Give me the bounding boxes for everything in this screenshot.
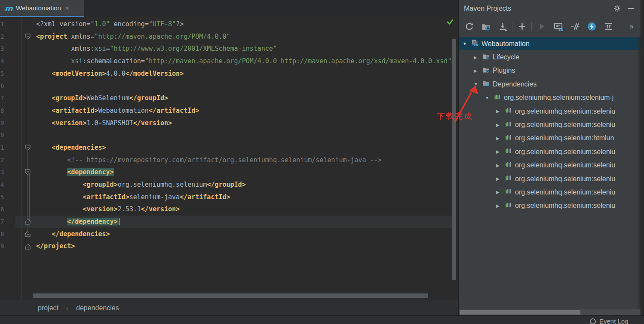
maven-tree: ▼Webautomation▶Lifecycle▶Plugins▼Depende…: [459, 37, 641, 300]
code-line[interactable]: </dependencies>: [36, 228, 452, 241]
chevron-expanded-icon[interactable]: ▼: [485, 96, 494, 100]
library-icon: [505, 120, 512, 130]
toolbar-separator: [531, 22, 532, 31]
code-line[interactable]: </dependency>: [36, 216, 452, 228]
fold-start-marker[interactable]: [25, 169, 31, 175]
tab-close-icon[interactable]: ×: [65, 4, 69, 12]
tree-row[interactable]: ▶org.seleniumhq.selenium:seleniu: [459, 105, 641, 118]
folder-deps-icon: [482, 80, 490, 89]
code-line[interactable]: <version>1.0-SNAPSHOT</version>: [36, 117, 452, 130]
panel-horizontal-scrollbar[interactable]: [459, 309, 641, 315]
code-line[interactable]: <!-- https://mvnrepository.com/artifact/…: [36, 154, 452, 167]
code-line[interactable]: <dependencies>: [36, 142, 452, 154]
fold-start-marker[interactable]: [25, 145, 31, 151]
code-line[interactable]: <artifactId>Webautomation</artifactId>: [36, 105, 452, 117]
code-line[interactable]: <version>2.53.1</version>: [36, 203, 452, 216]
code-line[interactable]: <artifactId>selenium-java</artifactId>: [36, 191, 452, 204]
code-line[interactable]: <project xmlns="http://maven.apache.org/…: [36, 31, 452, 43]
code-line[interactable]: <?xml version="1.0" encoding="UTF-8"?>: [36, 18, 452, 31]
run-button[interactable]: [535, 21, 547, 33]
code-line[interactable]: [36, 129, 452, 142]
tree-item-label: org.seleniumhq.selenium:seleniu: [515, 202, 615, 210]
event-log-button[interactable]: Event Log: [590, 318, 629, 324]
tree-row[interactable]: ▶org.seleniumhq.selenium:seleniu: [459, 159, 641, 172]
folder-gear-icon: [482, 66, 490, 75]
tree-row[interactable]: ▶org.seleniumhq.selenium:htmlun: [459, 132, 641, 145]
chevron-collapsed-icon[interactable]: ▶: [496, 149, 505, 154]
fold-end-marker[interactable]: [25, 231, 31, 237]
offline-mode-button[interactable]: [586, 21, 598, 33]
text-caret: [119, 218, 120, 225]
code-line[interactable]: <modelVersion>4.0.0</modelVersion>: [36, 68, 452, 80]
more-actions-button[interactable]: »: [629, 22, 641, 31]
breadcrumb-item-dependencies[interactable]: dependencies: [76, 304, 119, 312]
update-folders-button[interactable]: [480, 21, 492, 33]
tree-item-label: org.seleniumhq.selenium:selenium-j: [504, 94, 613, 102]
chevron-collapsed-icon[interactable]: ▶: [496, 123, 505, 127]
code-line[interactable]: </project>: [36, 240, 452, 253]
library-icon: [505, 188, 512, 197]
download-sources-button[interactable]: [497, 21, 509, 33]
skip-tests-button[interactable]: [569, 21, 581, 33]
tree-row[interactable]: ▼Webautomation: [459, 37, 641, 50]
tree-row[interactable]: ▶Lifecycle: [459, 50, 641, 64]
tree-row[interactable]: ▼org.seleniumhq.selenium:selenium-j: [459, 91, 641, 105]
tab-title: Webautomation: [16, 4, 61, 12]
chevron-collapsed-icon[interactable]: ▶: [496, 136, 505, 141]
event-log-icon: [590, 318, 596, 324]
tree-item-label: org.seleniumhq.selenium:seleniu: [515, 188, 615, 196]
tree-row[interactable]: ▼Dependencies: [459, 77, 641, 91]
tree-row[interactable]: ▶org.seleniumhq.selenium:seleniu: [459, 172, 641, 185]
right-tool-strip[interactable]: [641, 0, 644, 315]
status-bar: Event Log: [0, 315, 644, 324]
tree-item-label: Dependencies: [493, 80, 537, 88]
chevron-expanded-icon[interactable]: ▼: [474, 82, 482, 86]
breadcrumb-separator-icon: ›: [66, 304, 68, 312]
editor-vertical-scrollbar[interactable]: [452, 39, 456, 280]
code-line[interactable]: <dependency>: [36, 166, 452, 179]
code-area[interactable]: <?xml version="1.0" encoding="UTF-8"?><p…: [36, 18, 452, 294]
library-icon: [505, 134, 512, 143]
tree-row[interactable]: ▶org.seleniumhq.selenium:seleniu: [459, 199, 641, 213]
expand-collapse-button[interactable]: [602, 21, 614, 33]
maven-panel-title: Maven Projects: [464, 5, 608, 12]
chevron-collapsed-icon[interactable]: ▶: [496, 176, 505, 181]
library-icon: [505, 161, 512, 170]
chevron-collapsed-icon[interactable]: ▶: [496, 163, 505, 168]
chevron-collapsed-icon[interactable]: ▶: [496, 109, 505, 114]
chevron-collapsed-icon[interactable]: ▶: [496, 190, 505, 194]
editor-tab-webautomation[interactable]: m Webautomation ×: [0, 0, 84, 17]
execute-goal-button[interactable]: [552, 21, 564, 33]
code-line[interactable]: [36, 80, 452, 92]
breadcrumb-bar: project › dependencies: [0, 300, 458, 315]
code-line[interactable]: <groupId>org.seleniumhq.selenium</groupI…: [36, 179, 452, 191]
minimize-icon[interactable]: [626, 4, 635, 13]
tree-row[interactable]: ▶org.seleniumhq.selenium:seleniu: [459, 118, 641, 131]
code-line[interactable]: <groupId>WebSelenium</groupId>: [36, 92, 452, 105]
library-icon: [505, 201, 512, 210]
code-line[interactable]: xsi:schemaLocation="http://maven.apache.…: [36, 55, 452, 68]
chevron-collapsed-icon[interactable]: ▶: [474, 55, 482, 60]
fold-end-marker[interactable]: [25, 219, 31, 225]
breadcrumb-item-project[interactable]: project: [38, 304, 58, 312]
inspection-check-icon[interactable]: [446, 18, 454, 26]
tree-item-label: org.seleniumhq.selenium:seleniu: [515, 121, 615, 129]
chevron-collapsed-icon[interactable]: ▶: [474, 68, 482, 73]
tree-row[interactable]: ▶org.seleniumhq.selenium:seleniu: [459, 145, 641, 158]
chevron-collapsed-icon[interactable]: ▶: [496, 204, 505, 208]
tree-row[interactable]: ▶Plugins: [459, 64, 641, 77]
fold-guide-line: [26, 37, 26, 247]
editor-horizontal-scrollbar[interactable]: [33, 293, 428, 298]
library-icon: [505, 147, 512, 156]
scrollbar-thumb[interactable]: [460, 310, 580, 315]
code-line[interactable]: xmlns:xsi="http://www.w3.org/2001/XMLSch…: [36, 43, 452, 55]
fold-end-marker[interactable]: [25, 244, 31, 250]
add-maven-project-button[interactable]: [516, 21, 528, 33]
tree-row[interactable]: ▶org.seleniumhq.selenium:seleniu: [459, 185, 641, 199]
gear-icon[interactable]: [612, 4, 622, 13]
code-editor[interactable]: 1234567890123456789 <?xml version="1.0" …: [0, 17, 458, 300]
library-icon: [505, 107, 512, 116]
chevron-expanded-icon[interactable]: ▼: [463, 41, 471, 46]
fold-start-marker[interactable]: [25, 34, 31, 40]
reimport-button[interactable]: [463, 21, 475, 33]
